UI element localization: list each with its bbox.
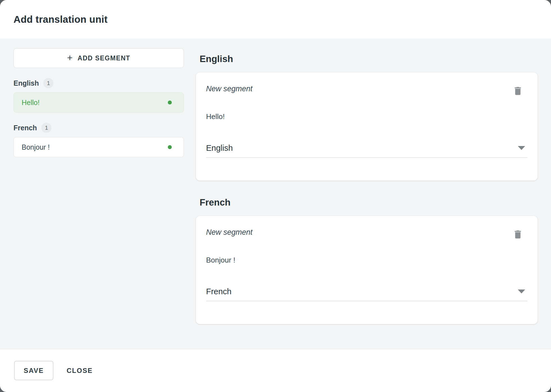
- add-segment-button[interactable]: + ADD SEGMENT: [13, 48, 184, 68]
- card-top-row: New segment: [206, 227, 527, 237]
- segment-chip-text: Hello!: [22, 99, 40, 107]
- plus-icon: +: [67, 53, 73, 62]
- close-button[interactable]: CLOSE: [63, 361, 97, 380]
- segment-count-badge: 1: [41, 123, 51, 133]
- language-group-header-french: French 1: [13, 123, 184, 133]
- segment-chip-text: Bonjour !: [22, 143, 50, 151]
- add-translation-unit-dialog: Add translation unit + ADD SEGMENT Engli…: [0, 0, 551, 392]
- card-top-row: New segment: [206, 84, 527, 94]
- delete-segment-button[interactable]: [512, 84, 524, 98]
- language-select-french[interactable]: French: [206, 286, 527, 301]
- language-group-label: English: [13, 79, 39, 87]
- language-select-value: French: [206, 286, 231, 297]
- status-dot-icon: [168, 145, 172, 149]
- chevron-down-icon: [518, 290, 525, 293]
- language-select-value: English: [206, 143, 233, 153]
- save-button[interactable]: SAVE: [14, 361, 53, 380]
- new-segment-label: New segment: [206, 84, 252, 94]
- editor-panel: English New segment Hello! English: [196, 48, 538, 349]
- delete-segment-button[interactable]: [512, 228, 524, 241]
- section-heading-english: English: [200, 53, 538, 65]
- segment-text-input[interactable]: Bonjour !: [206, 255, 527, 265]
- dialog-footer: SAVE CLOSE: [0, 349, 551, 392]
- trash-icon: [512, 85, 523, 97]
- segment-chip-english[interactable]: Hello!: [13, 92, 184, 113]
- language-group-header-english: English 1: [13, 78, 184, 88]
- segment-chip-french[interactable]: Bonjour !: [13, 137, 184, 157]
- segment-count-badge: 1: [43, 78, 53, 88]
- chevron-down-icon: [518, 146, 525, 150]
- dialog-title: Add translation unit: [13, 14, 108, 25]
- add-segment-label: ADD SEGMENT: [78, 54, 130, 62]
- segment-section-english: English New segment Hello! English: [196, 53, 538, 181]
- status-dot-icon: [168, 101, 172, 104]
- language-select-english[interactable]: English: [206, 143, 527, 158]
- segment-section-french: French New segment Bonjour ! French: [196, 197, 538, 324]
- segments-panel: + ADD SEGMENT English 1 Hello! French 1 …: [13, 48, 184, 349]
- language-group-label: French: [13, 124, 37, 132]
- dialog-header: Add translation unit: [0, 0, 551, 38]
- segment-card-french: New segment Bonjour ! French: [196, 216, 538, 324]
- section-heading-french: French: [200, 197, 538, 208]
- segment-text-input[interactable]: Hello!: [206, 112, 527, 121]
- segment-card-english: New segment Hello! English: [196, 72, 538, 181]
- new-segment-label: New segment: [206, 227, 252, 237]
- trash-icon: [512, 229, 523, 240]
- dialog-content: + ADD SEGMENT English 1 Hello! French 1 …: [0, 38, 551, 349]
